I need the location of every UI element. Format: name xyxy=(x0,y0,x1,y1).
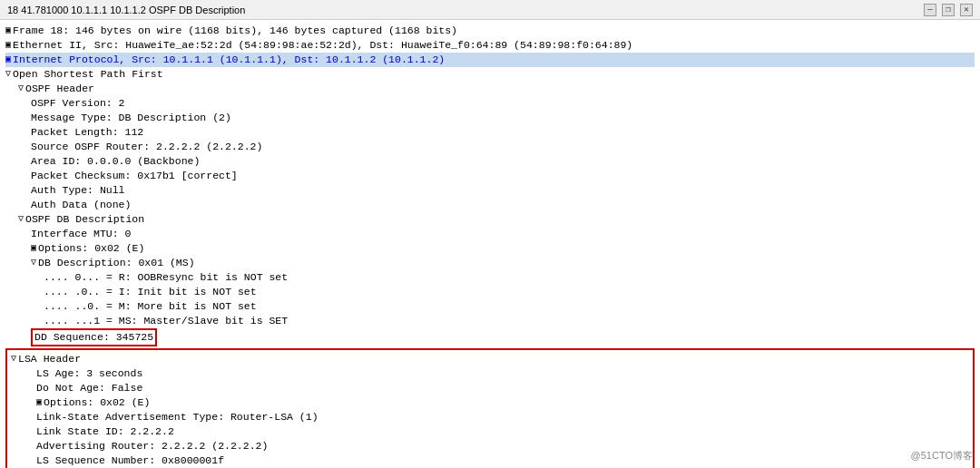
ls-age-text: LS Age: 3 seconds xyxy=(36,366,142,381)
minimize-button[interactable]: — xyxy=(924,4,936,16)
adv-router-text: Advertising Router: 2.2.2.2 (2.2.2.2) xyxy=(36,439,268,453)
ospf-db-desc-expander[interactable]: ▽ xyxy=(18,212,24,227)
msgtype-line: Message Type: DB Description (2) xyxy=(5,111,975,125)
restore-button[interactable]: ❐ xyxy=(942,4,955,16)
lsa-header-line[interactable]: ▽ LSA Header xyxy=(11,352,969,366)
srcrouter-text: Source OSPF Router: 2.2.2.2 (2.2.2.2) xyxy=(31,140,262,154)
adv-router-line: Advertising Router: 2.2.2.2 (2.2.2.2) xyxy=(11,439,969,453)
link-state-id-line: Link State ID: 2.2.2.2 xyxy=(11,424,969,439)
ospf-text: Open Shortest Path First xyxy=(13,67,163,82)
ls-adv-type-text: Link-State Advertisement Type: Router-LS… xyxy=(36,410,318,424)
ethernet-expander[interactable]: ▣ xyxy=(5,38,11,53)
do-not-age-line: Do Not Age: False xyxy=(11,381,969,395)
dd-sequence-value: DD Sequence: 345725 xyxy=(31,328,157,346)
ospf-db-desc-text: OSPF DB Description xyxy=(25,212,144,227)
bit-m-text: .... ..0. = M: More bit is NOT set xyxy=(44,299,257,314)
lsa-header-expander[interactable]: ▽ xyxy=(11,352,16,366)
dd-seq-line: DD Sequence: 345725 xyxy=(5,328,975,346)
pktlen-text: Packet Length: 112 xyxy=(31,125,143,140)
authdata-line: Auth Data (none) xyxy=(5,198,975,212)
ethernet-line[interactable]: ▣ Ethernet II, Src: HuaweiTe_ae:52:2d (5… xyxy=(5,38,975,53)
main-window: 18 41.781000 10.1.1.1 10.1.1.2 OSPF DB D… xyxy=(0,0,980,468)
ospf-header-line[interactable]: ▽ OSPF Header xyxy=(5,82,975,96)
ls-adv-type-line: Link-State Advertisement Type: Router-LS… xyxy=(11,410,969,424)
ls-seq-text: LS Sequence Number: 0x8000001f xyxy=(36,453,224,468)
bit-m-line: .... ..0. = M: More bit is NOT set xyxy=(5,299,975,314)
window-controls: — ❐ ✕ xyxy=(924,4,973,16)
if-mtu-line: Interface MTU: 0 xyxy=(5,227,975,241)
srcrouter-line: Source OSPF Router: 2.2.2.2 (2.2.2.2) xyxy=(5,140,975,154)
lsa-options-expander[interactable]: ▣ xyxy=(36,395,42,410)
db-desc-line[interactable]: ▽ DB Description: 0x01 (MS) xyxy=(5,256,975,270)
options-text: Options: 0x02 (E) xyxy=(38,241,144,256)
authtype-line: Auth Type: Null xyxy=(5,183,975,198)
bit-ms-line: .... ...1 = MS: Master/Slave bit is SET xyxy=(5,314,975,328)
close-button[interactable]: ✕ xyxy=(960,4,973,16)
lsa-header-text: LSA Header xyxy=(18,352,81,366)
bit-i-line: .... .0.. = I: Init bit is NOT set xyxy=(5,285,975,299)
authtype-text: Auth Type: Null xyxy=(31,183,125,198)
frame-line[interactable]: ▣ Frame 18: 146 bytes on wire (1168 bits… xyxy=(5,24,975,38)
msgtype-text: Message Type: DB Description (2) xyxy=(31,111,231,125)
frame-expander[interactable]: ▣ xyxy=(5,24,11,38)
packet-detail-area: ▣ Frame 18: 146 bytes on wire (1168 bits… xyxy=(0,20,980,468)
link-state-id-text: Link State ID: 2.2.2.2 xyxy=(36,424,174,439)
authdata-text: Auth Data (none) xyxy=(31,198,131,212)
dd-seq-text: DD Sequence: 345725 xyxy=(31,328,157,346)
lsa-options-text: Options: 0x02 (E) xyxy=(44,395,150,410)
watermark: @51CTO博客 xyxy=(911,449,973,463)
ls-age-line: LS Age: 3 seconds xyxy=(11,366,969,381)
ethernet-text: Ethernet II, Src: HuaweiTe_ae:52:2d (54:… xyxy=(13,38,632,53)
window-title: 18 41.781000 10.1.1.1 10.1.1.2 OSPF DB D… xyxy=(7,5,245,15)
if-mtu-text: Interface MTU: 0 xyxy=(31,227,131,241)
ip-text: Internet Protocol, Src: 10.1.1.1 (10.1.1… xyxy=(13,53,445,67)
checksum-line: Packet Checksum: 0x17b1 [correct] xyxy=(5,169,975,183)
ip-expander[interactable]: ▣ xyxy=(5,53,11,67)
areaid-text: Area ID: 0.0.0.0 (Backbone) xyxy=(31,154,200,169)
ospf-expander[interactable]: ▽ xyxy=(5,67,11,82)
db-desc-expander[interactable]: ▽ xyxy=(31,256,36,270)
do-not-age-text: Do Not Age: False xyxy=(36,381,142,395)
ospf-header-expander[interactable]: ▽ xyxy=(18,82,24,96)
ospf-header-text: OSPF Header xyxy=(25,82,94,96)
options-expander[interactable]: ▣ xyxy=(31,241,36,256)
bit-r-text: .... 0... = R: OOBResync bit is NOT set xyxy=(44,270,288,285)
frame-text: Frame 18: 146 bytes on wire (1168 bits),… xyxy=(13,24,457,38)
bit-r-line: .... 0... = R: OOBResync bit is NOT set xyxy=(5,270,975,285)
ospf-db-desc-line[interactable]: ▽ OSPF DB Description xyxy=(5,212,975,227)
options-line[interactable]: ▣ Options: 0x02 (E) xyxy=(5,241,975,256)
lsa-header-box: ▽ LSA Header LS Age: 3 seconds Do Not Ag… xyxy=(5,348,975,468)
ip-line[interactable]: ▣ Internet Protocol, Src: 10.1.1.1 (10.1… xyxy=(5,53,975,67)
lsa-options-line[interactable]: ▣ Options: 0x02 (E) xyxy=(11,395,969,410)
title-bar: 18 41.781000 10.1.1.1 10.1.1.2 OSPF DB D… xyxy=(0,0,980,20)
ospf-line[interactable]: ▽ Open Shortest Path First xyxy=(5,67,975,82)
version-text: OSPF Version: 2 xyxy=(31,96,125,111)
ls-seq-line: LS Sequence Number: 0x8000001f xyxy=(11,453,969,468)
bit-ms-text: .... ...1 = MS: Master/Slave bit is SET xyxy=(44,314,288,328)
pktlen-line: Packet Length: 112 xyxy=(5,125,975,140)
bit-i-text: .... .0.. = I: Init bit is NOT set xyxy=(44,285,257,299)
db-desc-text: DB Description: 0x01 (MS) xyxy=(38,256,195,270)
version-line: OSPF Version: 2 xyxy=(5,96,975,111)
areaid-line: Area ID: 0.0.0.0 (Backbone) xyxy=(5,154,975,169)
checksum-text: Packet Checksum: 0x17b1 [correct] xyxy=(31,169,238,183)
